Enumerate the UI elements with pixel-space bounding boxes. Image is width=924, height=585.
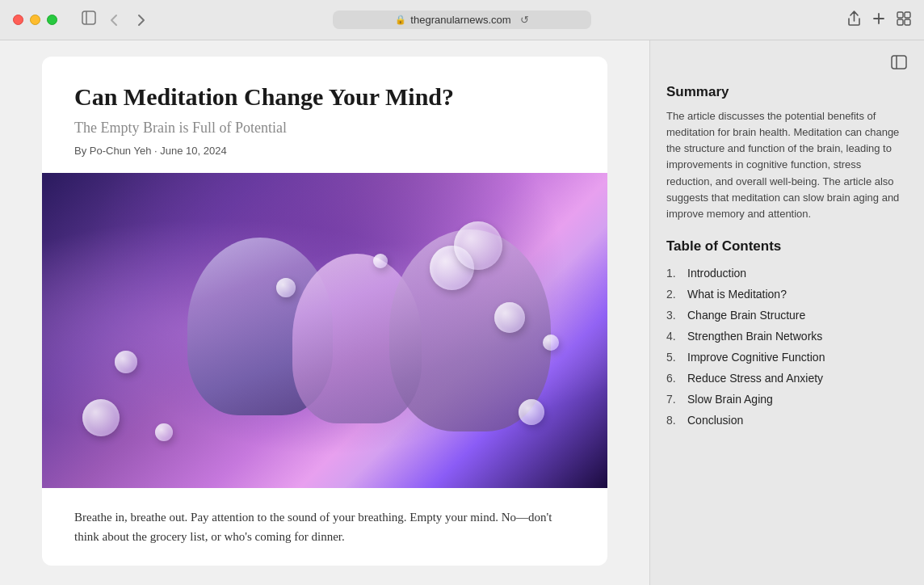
toc-link[interactable]: Reduce Stress and Anxiety bbox=[687, 372, 823, 385]
forward-button[interactable] bbox=[130, 9, 153, 32]
toc-number: 3. bbox=[666, 309, 684, 322]
url-text: thegranularnews.com bbox=[410, 14, 510, 26]
toc-heading: Table of Contents bbox=[666, 238, 908, 255]
toolbar-right bbox=[847, 11, 911, 30]
new-tab-button[interactable] bbox=[872, 12, 885, 28]
toc-list-item[interactable]: 1.Introduction bbox=[666, 263, 908, 284]
article-body: Breathe in, breathe out. Pay attention t… bbox=[42, 488, 607, 566]
toc-link[interactable]: What is Meditation? bbox=[687, 288, 787, 301]
toc-link[interactable]: Slow Brain Aging bbox=[687, 393, 773, 406]
toc-link[interactable]: Change Brain Structure bbox=[687, 309, 805, 322]
toc-number: 5. bbox=[666, 351, 684, 364]
toc-section: Table of Contents 1.Introduction2.What i… bbox=[666, 238, 908, 431]
summary-text: The article discusses the potential bene… bbox=[666, 108, 908, 222]
tabs-overview-button[interactable] bbox=[897, 11, 911, 29]
address-bar[interactable]: 🔒 thegranularnews.com ↺ bbox=[333, 11, 591, 29]
toc-link[interactable]: Strengthen Brain Networks bbox=[687, 330, 822, 343]
sidebar: Summary The article discusses the potent… bbox=[649, 40, 924, 585]
svg-rect-6 bbox=[892, 56, 906, 69]
toc-link[interactable]: Conclusion bbox=[687, 414, 743, 427]
titlebar: 🔒 thegranularnews.com ↺ bbox=[0, 0, 924, 40]
toc-list-item[interactable]: 2.What is Meditation? bbox=[666, 284, 908, 305]
lock-icon: 🔒 bbox=[395, 15, 406, 25]
back-button[interactable] bbox=[103, 9, 125, 32]
toc-number: 7. bbox=[666, 393, 684, 406]
sidebar-top bbox=[666, 53, 908, 71]
toc-number: 4. bbox=[666, 330, 684, 343]
browser-body: Can Meditation Change Your Mind? The Emp… bbox=[0, 40, 924, 585]
toc-number: 6. bbox=[666, 372, 684, 385]
article-byline: By Po-Chun Yeh · June 10, 2024 bbox=[74, 145, 575, 157]
summary-heading: Summary bbox=[666, 84, 908, 100]
minimize-button[interactable] bbox=[30, 15, 40, 25]
sidebar-toggle-icon[interactable] bbox=[80, 9, 98, 27]
toc-list-item[interactable]: 6.Reduce Stress and Anxiety bbox=[666, 368, 908, 389]
article-subtitle: The Empty Brain is Full of Potential bbox=[74, 120, 575, 137]
close-button[interactable] bbox=[13, 15, 23, 25]
svg-rect-3 bbox=[905, 12, 910, 18]
reload-button[interactable]: ↺ bbox=[520, 14, 529, 26]
toc-list: 1.Introduction2.What is Meditation?3.Cha… bbox=[666, 263, 908, 431]
toc-number: 8. bbox=[666, 414, 684, 427]
svg-rect-2 bbox=[897, 12, 903, 18]
toc-list-item[interactable]: 4.Strengthen Brain Networks bbox=[666, 326, 908, 347]
svg-rect-0 bbox=[82, 11, 95, 24]
article-container: Can Meditation Change Your Mind? The Emp… bbox=[0, 40, 649, 585]
traffic-lights bbox=[13, 15, 57, 25]
toc-link[interactable]: Improve Cognitive Function bbox=[687, 351, 825, 364]
maximize-button[interactable] bbox=[47, 15, 57, 25]
svg-rect-4 bbox=[897, 19, 903, 25]
article-header: Can Meditation Change Your Mind? The Emp… bbox=[42, 57, 607, 173]
toc-link[interactable]: Introduction bbox=[687, 267, 746, 280]
share-button[interactable] bbox=[847, 11, 861, 30]
toc-list-item[interactable]: 8.Conclusion bbox=[666, 410, 908, 431]
navigation-buttons bbox=[74, 9, 153, 32]
toc-list-item[interactable]: 5.Improve Cognitive Function bbox=[666, 347, 908, 368]
svg-rect-5 bbox=[905, 19, 910, 25]
summary-section: Summary The article discusses the potent… bbox=[666, 84, 908, 222]
article-card: Can Meditation Change Your Mind? The Emp… bbox=[42, 57, 607, 566]
address-bar-container: 🔒 thegranularnews.com ↺ bbox=[333, 11, 591, 29]
toc-list-item[interactable]: 3.Change Brain Structure bbox=[666, 305, 908, 326]
toc-number: 1. bbox=[666, 267, 684, 280]
toc-number: 2. bbox=[666, 288, 684, 301]
article-hero-image bbox=[42, 173, 607, 488]
toc-list-item[interactable]: 7.Slow Brain Aging bbox=[666, 389, 908, 410]
article-title: Can Meditation Change Your Mind? bbox=[74, 82, 575, 112]
article-body-text: Breathe in, breathe out. Pay attention t… bbox=[74, 507, 575, 546]
sidebar-panel-button[interactable] bbox=[890, 53, 908, 71]
